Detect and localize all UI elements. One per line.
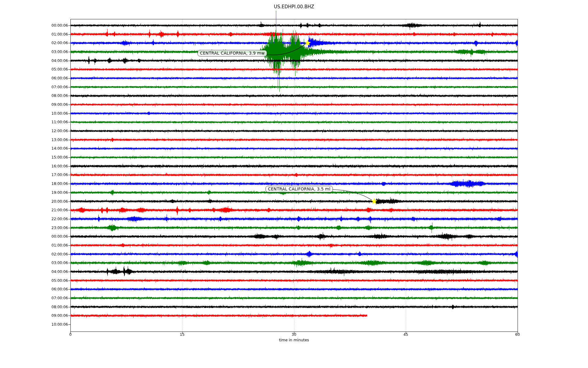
- row-label: 00:00:06: [0, 23, 68, 28]
- row-label: 05:00:06: [0, 278, 68, 283]
- row-label: 07:00:06: [0, 85, 68, 89]
- event-annotation-1: CENTRAL CALIFORNIA, 3.9 mw: [198, 50, 267, 56]
- row-label: 01:00:06: [0, 243, 68, 247]
- row-label: 05:00:06: [0, 67, 68, 71]
- x-tick-label: 15: [175, 332, 189, 337]
- row-label: 18:00:06: [0, 182, 68, 186]
- row-label: 09:00:06: [0, 102, 68, 107]
- row-label: 14:00:06: [0, 146, 68, 151]
- x-tick-label: 45: [399, 332, 413, 337]
- row-label: 16:00:06: [0, 164, 68, 168]
- row-label: 10:00:06: [0, 322, 68, 327]
- row-label: 07:00:06: [0, 296, 68, 300]
- row-label: 19:00:06: [0, 190, 68, 195]
- row-label: 06:00:06: [0, 287, 68, 291]
- row-label: 02:00:06: [0, 41, 68, 45]
- row-label: 21:00:06: [0, 208, 68, 212]
- row-label: 22:00:06: [0, 217, 68, 221]
- row-label: 02:00:06: [0, 252, 68, 256]
- row-label: 17:00:06: [0, 173, 68, 177]
- row-label: 10:00:06: [0, 111, 68, 116]
- seismogram-canvas: [0, 0, 588, 368]
- row-label: 03:00:06: [0, 50, 68, 54]
- x-tick-label: 60: [511, 332, 524, 337]
- x-tick-label: 0: [64, 332, 77, 337]
- event-annotation-2: CENTRAL CALIFORNIA, 3.5 ml: [266, 186, 333, 192]
- row-label: 06:00:06: [0, 76, 68, 80]
- row-label: 11:00:06: [0, 120, 68, 124]
- chart-title: US.EDHPI.00.BHZ: [70, 4, 518, 10]
- row-label: 23:00:06: [0, 226, 68, 230]
- row-label: 03:00:06: [0, 261, 68, 265]
- row-label: 12:00:06: [0, 129, 68, 133]
- row-label: 15:00:06: [0, 155, 68, 159]
- x-tick-label: 30: [287, 332, 301, 337]
- row-label: 04:00:06: [0, 270, 68, 274]
- x-axis-label: time in minutes: [70, 338, 518, 342]
- row-label: 08:00:06: [0, 94, 68, 98]
- row-label: 20:00:06: [0, 199, 68, 204]
- row-label: 13:00:06: [0, 138, 68, 142]
- row-label: 08:00:06: [0, 305, 68, 309]
- seismogram-figure: US.EDHPI.00.BHZ 00:00:0601:00:0602:00:06…: [0, 0, 588, 368]
- row-label: 00:00:06: [0, 234, 68, 239]
- row-label: 01:00:06: [0, 32, 68, 36]
- row-label: 09:00:06: [0, 313, 68, 318]
- row-label: 04:00:06: [0, 59, 68, 63]
